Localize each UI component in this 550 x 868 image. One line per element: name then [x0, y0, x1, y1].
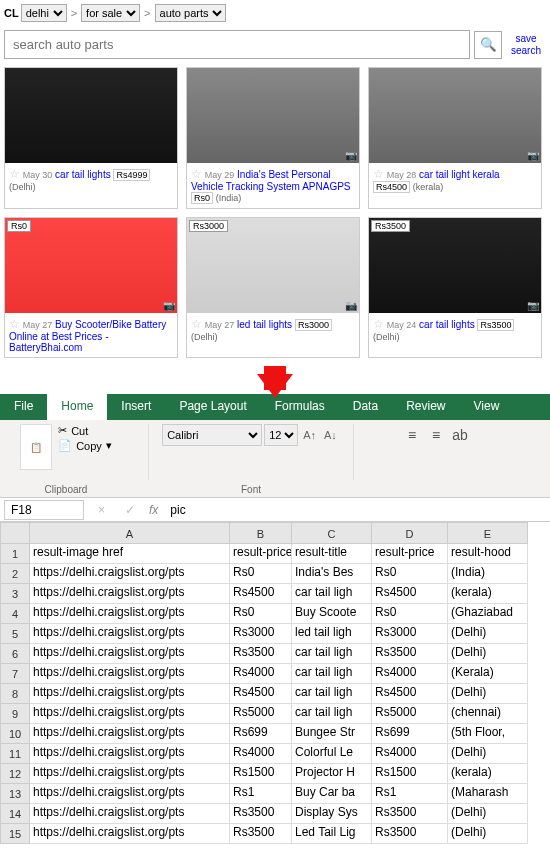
cell[interactable]: Rs4500	[230, 584, 292, 604]
cell[interactable]: Rs3500	[372, 824, 448, 844]
listing-card[interactable]: ☆ May 30 car tail lights Rs4999 (Delhi)	[4, 67, 178, 209]
cell[interactable]: Rs5000	[230, 704, 292, 724]
name-box[interactable]: F18	[4, 500, 84, 520]
star-icon[interactable]: ☆	[9, 317, 20, 331]
listing-card[interactable]: 📷 ☆ May 28 car tail light kerala Rs4500 …	[368, 67, 542, 209]
cell[interactable]: (Delhi)	[448, 824, 528, 844]
increase-font-icon[interactable]: A↑	[300, 426, 319, 444]
cell[interactable]: India's Bes	[292, 564, 372, 584]
listing-image[interactable]: Rs3000📷	[187, 218, 359, 313]
ribbon-tab-file[interactable]: File	[0, 394, 47, 420]
save-search-link[interactable]: save search	[506, 33, 546, 57]
listing-card[interactable]: Rs3500📷 ☆ May 24 car tail lights Rs3500 …	[368, 217, 542, 358]
cell[interactable]: Colorful Le	[292, 744, 372, 764]
cell[interactable]: result-title	[292, 544, 372, 564]
cell[interactable]: (Maharash	[448, 784, 528, 804]
cell[interactable]: Rs3500	[230, 824, 292, 844]
cell[interactable]: https://delhi.craigslist.org/pts	[30, 644, 230, 664]
crumb-city[interactable]: delhi	[21, 4, 67, 22]
decrease-font-icon[interactable]: A↓	[321, 426, 340, 444]
ribbon-tab-home[interactable]: Home	[47, 394, 107, 420]
listing-image[interactable]: Rs0📷	[5, 218, 177, 313]
cell[interactable]: Buy Scoote	[292, 604, 372, 624]
cell[interactable]: https://delhi.craigslist.org/pts	[30, 664, 230, 684]
cell[interactable]: Rs3000	[372, 624, 448, 644]
align-middle-icon[interactable]: ≡	[425, 424, 447, 446]
listing-card[interactable]: Rs0📷 ☆ May 27 Buy Scooter/Bike Battery O…	[4, 217, 178, 358]
listing-title-link[interactable]: car tail lights	[419, 319, 475, 330]
row-header[interactable]: 7	[0, 664, 30, 684]
listing-image[interactable]: 📷	[369, 68, 541, 163]
cell[interactable]: Rs0	[372, 604, 448, 624]
column-header[interactable]: E	[448, 522, 528, 544]
cell[interactable]: Rs4000	[372, 744, 448, 764]
cell[interactable]: Rs4500	[230, 684, 292, 704]
cell[interactable]: Rs699	[372, 724, 448, 744]
cell[interactable]: Rs4000	[372, 664, 448, 684]
search-input[interactable]	[4, 30, 470, 59]
font-size-select[interactable]: 12	[264, 424, 298, 446]
column-header[interactable]: B	[230, 522, 292, 544]
cell[interactable]: (kerala)	[448, 584, 528, 604]
cell[interactable]: Rs1	[372, 784, 448, 804]
align-top-icon[interactable]: ≡	[401, 424, 423, 446]
cell[interactable]: led tail ligh	[292, 624, 372, 644]
cell[interactable]: Rs5000	[372, 704, 448, 724]
star-icon[interactable]: ☆	[373, 317, 384, 331]
cell[interactable]: Display Sys	[292, 804, 372, 824]
cell[interactable]: (Delhi)	[448, 684, 528, 704]
row-header[interactable]: 8	[0, 684, 30, 704]
cell[interactable]: (Ghaziabad	[448, 604, 528, 624]
font-name-select[interactable]: Calibri	[162, 424, 262, 446]
ribbon-tab-review[interactable]: Review	[392, 394, 459, 420]
row-header[interactable]: 14	[0, 804, 30, 824]
cell[interactable]: Buy Car ba	[292, 784, 372, 804]
cell[interactable]: result-hood	[448, 544, 528, 564]
listing-title-link[interactable]: car tail light kerala	[419, 169, 500, 180]
row-header[interactable]: 6	[0, 644, 30, 664]
cell[interactable]: https://delhi.craigslist.org/pts	[30, 724, 230, 744]
cell[interactable]: (Delhi)	[448, 644, 528, 664]
cell[interactable]: Projector H	[292, 764, 372, 784]
cell[interactable]: https://delhi.craigslist.org/pts	[30, 684, 230, 704]
star-icon[interactable]: ☆	[191, 317, 202, 331]
cell[interactable]: Rs3500	[372, 644, 448, 664]
cell[interactable]: (Delhi)	[448, 804, 528, 824]
cell[interactable]: Rs4500	[372, 684, 448, 704]
cell[interactable]: Rs3000	[230, 624, 292, 644]
cell[interactable]: (chennai)	[448, 704, 528, 724]
ribbon-tab-data[interactable]: Data	[339, 394, 392, 420]
listing-title-link[interactable]: led tail lights	[237, 319, 292, 330]
listing-card[interactable]: 📷 ☆ May 29 India's Best Personal Vehicle…	[186, 67, 360, 209]
cell[interactable]: Rs0	[372, 564, 448, 584]
column-header[interactable]: A	[30, 522, 230, 544]
row-header[interactable]: 11	[0, 744, 30, 764]
cell[interactable]: Rs4000	[230, 664, 292, 684]
column-header[interactable]: C	[292, 522, 372, 544]
row-header[interactable]: 15	[0, 824, 30, 844]
listing-card[interactable]: Rs3000📷 ☆ May 27 led tail lights Rs3000 …	[186, 217, 360, 358]
cell[interactable]: car tail ligh	[292, 684, 372, 704]
cell[interactable]: (Delhi)	[448, 624, 528, 644]
star-icon[interactable]: ☆	[191, 167, 202, 181]
row-header[interactable]: 5	[0, 624, 30, 644]
cell[interactable]: result-price	[372, 544, 448, 564]
cell[interactable]: https://delhi.craigslist.org/pts	[30, 804, 230, 824]
cell[interactable]: car tail ligh	[292, 704, 372, 724]
row-header[interactable]: 13	[0, 784, 30, 804]
cell[interactable]: Bungee Str	[292, 724, 372, 744]
cell[interactable]: (India)	[448, 564, 528, 584]
cell[interactable]: (kerala)	[448, 764, 528, 784]
crumb-section[interactable]: for sale	[81, 4, 140, 22]
paste-button[interactable]: 📋	[20, 424, 52, 470]
cell[interactable]: Rs4000	[230, 744, 292, 764]
column-header[interactable]: D	[372, 522, 448, 544]
search-button[interactable]: 🔍	[474, 31, 502, 59]
row-header[interactable]: 2	[0, 564, 30, 584]
cell[interactable]: (Kerala)	[448, 664, 528, 684]
row-header[interactable]: 1	[0, 544, 30, 564]
fx-icon[interactable]: fx	[149, 503, 168, 517]
formula-enter-icon[interactable]: ✓	[119, 503, 149, 517]
cell[interactable]: Rs0	[230, 604, 292, 624]
row-header[interactable]: 12	[0, 764, 30, 784]
